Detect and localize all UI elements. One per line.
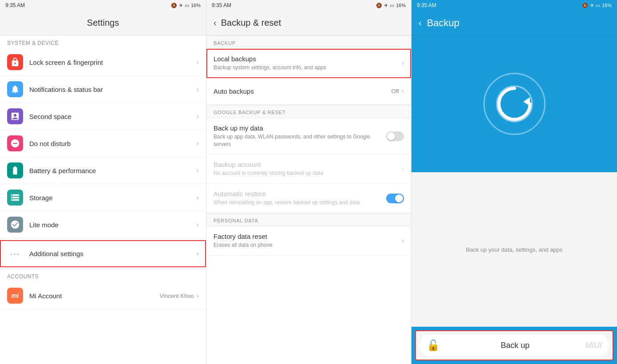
lite-mode-label: Lite mode [29, 221, 197, 229]
mi-account-label: Mi Account [29, 292, 160, 300]
backup-subtitle-area: Back up your data, settings, and apps [411, 172, 617, 327]
settings-header: Settings [0, 11, 206, 36]
additional-settings-icon: ··· [7, 245, 23, 261]
lite-mode-item[interactable]: Lite mode › [0, 211, 206, 238]
status-icons-middle: 🔕 ✈ ▭ 16% [376, 3, 406, 8]
auto-backups-item[interactable]: Auto backups Off › [206, 78, 411, 105]
backup-my-data-subtitle: Back up app data, WLAN passwords, and ot… [214, 133, 386, 148]
lock-screen-text: Lock screen & fingerprint [29, 59, 197, 66]
backup-reset-title: Backup & reset [221, 18, 404, 28]
auto-backups-chevron: › [402, 87, 404, 95]
backup-panel: 9:35 AM 🔕 ✈ ▭ 16% ‹ Backup Back up your … [411, 0, 617, 364]
factory-reset-chevron: › [402, 237, 404, 245]
time-middle: 9:35 AM [212, 2, 231, 8]
automatic-restore-item: Automatic restore When reinstalling an a… [206, 184, 411, 213]
backup-my-data-toggle[interactable] [386, 131, 404, 141]
backup-icon-area [411, 36, 617, 172]
local-backups-item[interactable]: Local backups Backup system settings, ac… [206, 49, 411, 78]
automatic-restore-title: Automatic restore [214, 190, 386, 198]
lock-screen-item[interactable]: Lock screen & fingerprint › [0, 49, 206, 76]
mi-account-chevron: › [197, 292, 199, 300]
notifications-chevron: › [197, 85, 199, 93]
factory-reset-item[interactable]: Factory data reset Erases all data on ph… [206, 226, 411, 256]
automatic-restore-text: Automatic restore When reinstalling an a… [214, 190, 386, 206]
factory-reset-subtitle: Erases all data on phone [214, 241, 402, 249]
storage-text: Storage [29, 194, 197, 202]
backup-back-arrow[interactable]: ‹ [419, 18, 422, 28]
second-space-label: Second space [29, 113, 197, 120]
battery-icon-m: ▭ [390, 3, 394, 8]
backup-account-title: Backup account [214, 161, 402, 168]
do-not-disturb-item[interactable]: Do not disturb › [0, 130, 206, 157]
backup-button[interactable]: Back up [445, 341, 585, 350]
lite-mode-text: Lite mode [29, 221, 197, 229]
time-right: 9:35 AM [417, 2, 436, 8]
local-backups-chevron: › [402, 59, 404, 67]
backup-lock-icon: 🔓 [427, 339, 440, 352]
backup-title: Backup [427, 17, 459, 29]
airplane-icon-m: ✈ [384, 3, 388, 8]
second-space-item[interactable]: Second space › [0, 103, 206, 130]
personal-section-label: PERSONAL DATA [206, 213, 411, 226]
battery-item[interactable]: Battery & performance › [0, 157, 206, 184]
do-not-disturb-chevron: › [197, 139, 199, 147]
auto-backups-title: Auto backups [214, 87, 392, 95]
airplane-icon-r: ✈ [590, 3, 594, 8]
additional-settings-chevron: › [197, 249, 199, 257]
lock-screen-chevron: › [197, 58, 199, 66]
silent-icon: 🔕 [171, 3, 177, 8]
additional-settings-item[interactable]: ··· Additional settings › [0, 240, 206, 267]
auto-backups-text: Auto backups [214, 87, 392, 95]
storage-item[interactable]: Storage › [0, 184, 206, 211]
lock-screen-icon [7, 54, 23, 70]
silent-icon-r: 🔕 [582, 3, 588, 8]
battery-chevron: › [197, 166, 199, 174]
backup-header: ‹ Backup [411, 11, 617, 36]
battery-percent-left: 16% [191, 3, 201, 8]
status-bar-right: 9:35 AM 🔕 ✈ ▭ 16% [411, 0, 617, 11]
battery-icon-left: ▭ [185, 3, 189, 8]
backup-account-subtitle: No account is currently storing backed u… [214, 170, 402, 177]
backup-my-data-text: Back up my data Back up app data, WLAN p… [214, 124, 386, 148]
airplane-icon: ✈ [179, 3, 183, 8]
backup-account-chevron: › [402, 165, 404, 173]
google-section-label: GOOGLE BACKUP & RESET [206, 105, 411, 118]
backup-refresh-svg [492, 82, 537, 126]
second-space-chevron: › [197, 112, 199, 120]
automatic-restore-toggle[interactable] [386, 194, 404, 203]
battery-percent-r: 16% [602, 3, 612, 8]
mi-account-text: Mi Account [29, 292, 160, 300]
mi-account-item[interactable]: mi Mi Account Vincent Khoo › [0, 282, 206, 309]
automatic-restore-subtitle: When reinstalling an app, restore backed… [214, 199, 386, 206]
status-icons-right: 🔕 ✈ ▭ 16% [582, 3, 612, 8]
do-not-disturb-icon [7, 135, 23, 151]
backup-account-item: Backup account No account is currently s… [206, 154, 411, 184]
second-space-text: Second space [29, 113, 197, 120]
backup-bottom-bar[interactable]: 🔓 Back up MIUI [415, 330, 613, 360]
additional-settings-label: Additional settings [29, 250, 197, 257]
status-bar-middle: 9:35 AM 🔕 ✈ ▭ 16% [206, 0, 411, 11]
battery-icon [7, 162, 23, 178]
do-not-disturb-text: Do not disturb [29, 140, 197, 147]
auto-backups-value: Off [392, 88, 399, 95]
status-bar-left: 9:35 AM 🔕 ✈ ▭ 16% [0, 0, 206, 11]
battery-icon-r: ▭ [596, 3, 600, 8]
settings-panel: 9:35 AM 🔕 ✈ ▭ 16% Settings SYSTEM & DEVI… [0, 0, 206, 364]
do-not-disturb-label: Do not disturb [29, 140, 197, 147]
mi-account-icon: mi [7, 288, 23, 304]
factory-reset-title: Factory data reset [214, 233, 402, 240]
svg-marker-1 [523, 97, 530, 106]
backup-circle-icon [483, 73, 546, 135]
backup-reset-header: ‹ Backup & reset [206, 11, 411, 36]
backup-button-container[interactable]: 🔓 Back up MIUI [419, 335, 609, 356]
accounts-section-label: ACCOUNTS [0, 269, 206, 282]
notifications-item[interactable]: Notifications & status bar › [0, 76, 206, 103]
mi-account-value: Vincent Khoo [160, 293, 194, 299]
automatic-restore-knob [395, 194, 403, 202]
backup-my-data-item[interactable]: Back up my data Back up app data, WLAN p… [206, 118, 411, 155]
storage-label: Storage [29, 194, 197, 202]
storage-chevron: › [197, 194, 199, 202]
battery-text: Battery & performance [29, 167, 197, 174]
miui-watermark: MIUI [585, 341, 602, 350]
backup-reset-back-arrow[interactable]: ‹ [214, 18, 217, 28]
